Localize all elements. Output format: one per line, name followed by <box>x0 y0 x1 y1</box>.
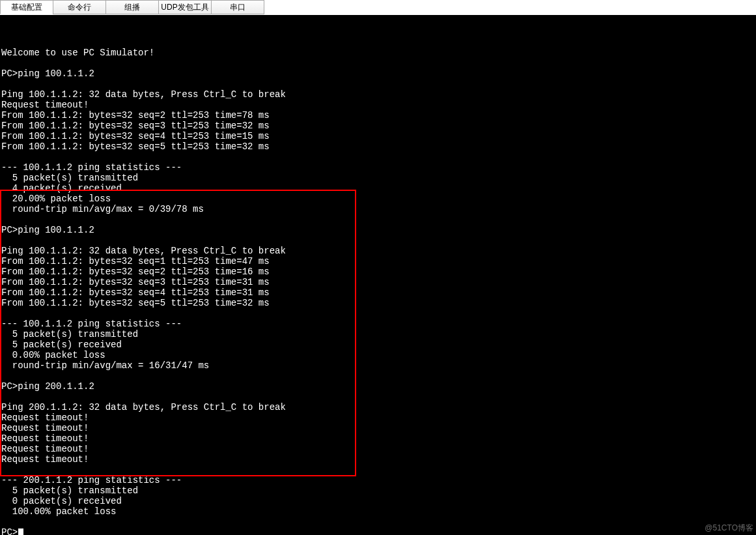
terminal-line <box>1 152 756 162</box>
terminal-line <box>1 214 756 225</box>
terminal-line: 5 packet(s) transmitted <box>1 329 756 340</box>
terminal-line: From 100.1.1.2: bytes=32 seq=1 ttl=253 t… <box>1 256 756 267</box>
terminal-line: Request timeout! <box>1 412 756 423</box>
terminal-line: --- 100.1.1.2 ping statistics --- <box>1 162 756 173</box>
terminal-line <box>1 465 756 475</box>
terminal-line: 20.00% packet loss <box>1 194 756 204</box>
tab-udp-packet-tool[interactable]: UDP发包工具 <box>158 0 212 14</box>
terminal-line: 5 packet(s) transmitted <box>1 173 756 183</box>
terminal[interactable]: @51CTO博客 Welcome to use PC Simulator!PC>… <box>0 15 756 535</box>
terminal-line: Request timeout! <box>1 100 756 110</box>
terminal-line: Ping 100.1.1.2: 32 data bytes, Press Ctr… <box>1 246 756 256</box>
terminal-line: 100.00% packet loss <box>1 506 756 517</box>
terminal-line: Ping 200.1.1.2: 32 data bytes, Press Ctr… <box>1 402 756 412</box>
terminal-line <box>1 371 756 381</box>
terminal-line: From 100.1.1.2: bytes=32 seq=3 ttl=253 t… <box>1 121 756 131</box>
terminal-line: Ping 100.1.1.2: 32 data bytes, Press Ctr… <box>1 89 756 100</box>
tab-serial[interactable]: 串口 <box>211 0 264 14</box>
terminal-line: 4 packet(s) received <box>1 183 756 194</box>
terminal-line: From 100.1.1.2: bytes=32 seq=2 ttl=253 t… <box>1 110 756 121</box>
terminal-line: --- 200.1.1.2 ping statistics --- <box>1 475 756 485</box>
terminal-line: round-trip min/avg/max = 0/39/78 ms <box>1 204 756 214</box>
terminal-line: Request timeout! <box>1 444 756 454</box>
terminal-line: Request timeout! <box>1 433 756 444</box>
tab-bar: 基础配置 命令行 组播 UDP发包工具 串口 <box>0 0 756 15</box>
terminal-line: Request timeout! <box>1 423 756 433</box>
terminal-line: From 100.1.1.2: bytes=32 seq=2 ttl=253 t… <box>1 267 756 277</box>
terminal-line: From 100.1.1.2: bytes=32 seq=4 ttl=253 t… <box>1 131 756 141</box>
tab-multicast[interactable]: 组播 <box>105 0 159 14</box>
tab-basic-config[interactable]: 基础配置 <box>0 0 53 14</box>
terminal-line <box>1 79 756 89</box>
terminal-line: Welcome to use PC Simulator! <box>1 48 756 58</box>
terminal-line: round-trip min/avg/max = 16/31/47 ms <box>1 360 756 371</box>
terminal-line <box>1 58 756 68</box>
terminal-line: 0 packet(s) received <box>1 496 756 506</box>
terminal-line: Request timeout! <box>1 454 756 465</box>
terminal-line <box>1 235 756 246</box>
terminal-line: From 100.1.1.2: bytes=32 seq=5 ttl=253 t… <box>1 298 756 308</box>
terminal-line <box>1 392 756 402</box>
terminal-line: PC>ping 100.1.1.2 <box>1 225 756 235</box>
terminal-line: 0.00% packet loss <box>1 350 756 360</box>
terminal-line <box>1 308 756 319</box>
tab-command-line[interactable]: 命令行 <box>53 0 106 14</box>
terminal-line <box>1 517 756 527</box>
terminal-line: --- 100.1.1.2 ping statistics --- <box>1 319 756 329</box>
terminal-line: 5 packet(s) transmitted <box>1 485 756 496</box>
terminal-line: 5 packet(s) received <box>1 340 756 350</box>
terminal-line: PC>ping 100.1.1.2 <box>1 68 756 79</box>
terminal-line: PC>ping 200.1.1.2 <box>1 381 756 392</box>
watermark: @51CTO博客 <box>705 523 753 533</box>
terminal-line: From 100.1.1.2: bytes=32 seq=5 ttl=253 t… <box>1 141 756 152</box>
cursor <box>18 528 23 535</box>
terminal-line: From 100.1.1.2: bytes=32 seq=4 ttl=253 t… <box>1 287 756 298</box>
terminal-line: PC> <box>1 527 756 535</box>
terminal-line: From 100.1.1.2: bytes=32 seq=3 ttl=253 t… <box>1 277 756 287</box>
